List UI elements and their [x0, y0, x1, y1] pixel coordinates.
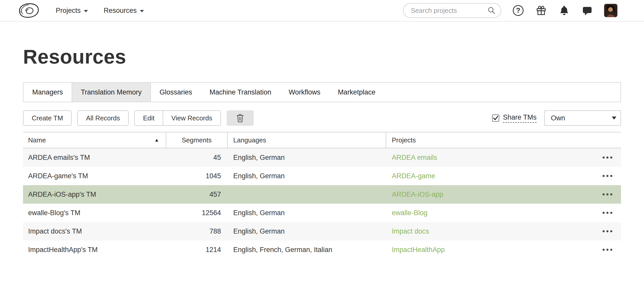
tab-machine-translation[interactable]: Machine Translation	[201, 83, 280, 102]
user-avatar[interactable]	[604, 4, 617, 17]
tm-toolbar: Create TM All Records Edit View Records …	[23, 110, 621, 126]
gifts-button[interactable]	[535, 4, 547, 17]
tab-workflows[interactable]: Workflows	[280, 83, 329, 102]
project-link[interactable]: ARDEA-iOS-app	[392, 191, 443, 198]
search-input[interactable]	[411, 7, 486, 15]
nav-projects-label: Projects	[56, 7, 81, 15]
avatar-image	[604, 4, 617, 17]
tm-languages: English, German	[228, 154, 386, 162]
notifications-button[interactable]	[558, 4, 570, 17]
row-actions-button[interactable]	[603, 175, 621, 177]
page-title: Resources	[23, 45, 621, 68]
records-button-group: Edit View Records	[134, 110, 221, 126]
nav-resources-menu[interactable]: Resources	[104, 7, 144, 15]
tm-name: ImpactHealthApp's TM	[23, 246, 166, 254]
tm-segments: 457	[166, 191, 228, 198]
tab-translation-memory[interactable]: Translation Memory	[72, 83, 151, 102]
column-languages-label: Languages	[233, 136, 266, 144]
help-icon: ?	[513, 5, 524, 16]
ellipsis-icon	[603, 249, 605, 251]
tab-glossaries[interactable]: Glossaries	[151, 83, 201, 102]
tm-projects-cell: ARDEA emails	[386, 154, 621, 162]
tm-segments: 1045	[166, 172, 228, 180]
tm-languages: English, French, German, Italian	[228, 246, 386, 254]
share-tms-label[interactable]: Share TMs	[503, 113, 537, 123]
row-actions-button[interactable]	[603, 193, 621, 195]
all-records-button[interactable]: All Records	[77, 110, 129, 126]
edit-button[interactable]: Edit	[134, 110, 163, 126]
project-link[interactable]: ARDEA-game	[392, 172, 435, 180]
tm-segments: 45	[166, 154, 228, 162]
chevron-down-icon	[612, 117, 616, 120]
tm-segments: 1214	[166, 246, 228, 254]
scope-selected-value: Own	[551, 114, 565, 122]
column-name-label: Name	[28, 136, 46, 144]
table-header: Name ▲ Segments Languages Projects	[23, 132, 621, 148]
table-row-selected: ARDEA-iOS-app's TM 457 ARDEA-iOS-app	[23, 185, 621, 204]
column-header-projects[interactable]: Projects	[386, 132, 621, 148]
table-row: ImpactHealthApp's TM 1214 English, Frenc…	[23, 240, 621, 259]
share-tms-checkbox[interactable]	[492, 114, 499, 122]
gift-icon	[536, 5, 547, 16]
nav-resources-label: Resources	[104, 7, 137, 15]
app-logo[interactable]	[18, 2, 40, 19]
table-row: ewalle-Blog's TM 12564 English, German e…	[23, 204, 621, 222]
tm-name: ARDEA emails's TM	[23, 154, 166, 162]
ellipsis-icon	[603, 175, 605, 177]
tm-projects-cell: ewalle-Blog	[386, 209, 621, 217]
chevron-down-icon	[84, 10, 88, 12]
row-actions-button[interactable]	[603, 212, 621, 214]
row-actions-button[interactable]	[603, 249, 621, 251]
column-projects-label: Projects	[392, 136, 416, 144]
messages-button[interactable]	[581, 4, 593, 17]
top-bar-right: ?	[403, 3, 617, 18]
top-bar: Projects Resources ?	[0, 0, 644, 22]
tm-languages: English, German	[228, 209, 386, 217]
project-link[interactable]: Impact docs	[392, 227, 429, 235]
bell-icon	[559, 5, 570, 16]
delete-button[interactable]	[227, 110, 254, 126]
scope-select[interactable]: Own	[544, 110, 621, 126]
resources-tabs: Managers Translation Memory Glossaries M…	[23, 82, 621, 102]
create-tm-button[interactable]: Create TM	[23, 110, 72, 126]
tm-name: Impact docs's TM	[23, 227, 166, 235]
tm-name: ewalle-Blog's TM	[23, 209, 166, 217]
logo-icon	[18, 2, 40, 19]
column-segments-label: Segments	[182, 136, 212, 144]
chevron-down-icon	[140, 10, 144, 12]
tm-projects-cell: ARDEA-iOS-app	[386, 191, 621, 198]
tm-projects-cell: Impact docs	[386, 227, 621, 235]
tab-marketplace[interactable]: Marketplace	[329, 83, 384, 102]
search-icon[interactable]	[486, 5, 497, 16]
main-nav: Projects Resources	[56, 7, 144, 15]
table-row: Impact docs's TM 788 English, German Imp…	[23, 222, 621, 240]
row-actions-button[interactable]	[603, 156, 621, 159]
ellipsis-icon	[603, 230, 605, 232]
ellipsis-icon	[603, 193, 605, 195]
help-button[interactable]: ?	[512, 4, 524, 17]
chat-icon	[582, 5, 593, 16]
search-box	[403, 3, 501, 18]
tm-languages: English, German	[228, 227, 386, 235]
tab-managers[interactable]: Managers	[24, 83, 72, 102]
row-actions-button[interactable]	[603, 230, 621, 232]
tm-name: ARDEA-game's TM	[23, 172, 166, 180]
ellipsis-icon	[603, 212, 605, 214]
ellipsis-icon	[603, 156, 605, 159]
project-link[interactable]: ImpactHealthApp	[392, 246, 445, 254]
tm-languages: English, German	[228, 172, 386, 180]
sort-asc-icon: ▲	[154, 137, 166, 143]
nav-projects-menu[interactable]: Projects	[56, 7, 88, 15]
check-icon	[493, 115, 498, 121]
tm-segments: 12564	[166, 209, 228, 217]
trash-icon	[236, 113, 244, 123]
table-row: ARDEA-game's TM 1045 English, German ARD…	[23, 167, 621, 185]
column-header-languages[interactable]: Languages	[228, 132, 386, 148]
tm-segments: 788	[166, 227, 228, 235]
column-header-name[interactable]: Name ▲	[23, 132, 166, 148]
tm-table: Name ▲ Segments Languages Projects ARDEA…	[23, 132, 621, 259]
view-records-button[interactable]: View Records	[163, 110, 221, 126]
project-link[interactable]: ewalle-Blog	[392, 209, 428, 217]
column-header-segments[interactable]: Segments	[166, 132, 228, 148]
project-link[interactable]: ARDEA emails	[392, 154, 437, 162]
